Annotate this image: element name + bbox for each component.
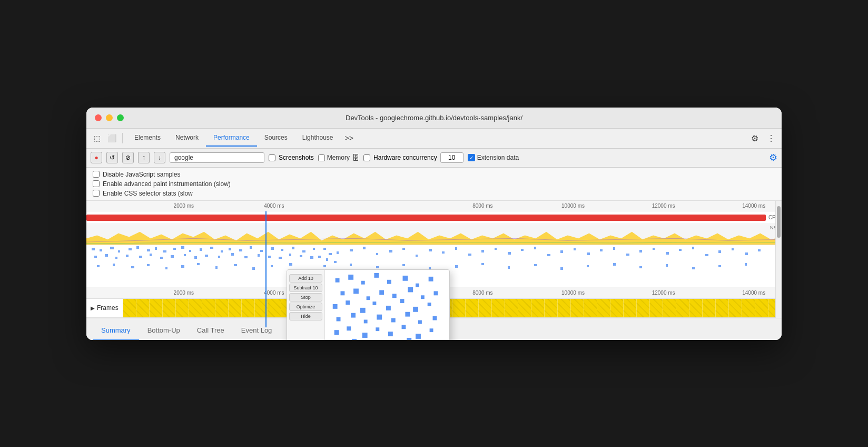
ruler-mark-b-2000: 2000 ms (174, 290, 194, 296)
ruler-mark-2000: 2000 ms (174, 203, 194, 209)
more-tabs-button[interactable]: >> (341, 132, 358, 144)
inspect-icon[interactable]: ⬚ (91, 132, 103, 144)
ruler-mark-14000: 14000 ms (742, 203, 765, 209)
memory-icon: 🗄 (352, 153, 359, 162)
popup-hide-btn[interactable]: Hide (289, 312, 322, 320)
frame-block (676, 299, 689, 317)
timeline-scrollbar[interactable] (775, 201, 782, 318)
tab-event-log[interactable]: Event Log (233, 321, 281, 340)
svg-rect-1 (100, 249, 102, 251)
svg-rect-33 (194, 256, 197, 259)
svg-rect-34 (205, 255, 208, 257)
svg-rect-112 (336, 278, 340, 282)
screenshots-checkbox[interactable] (269, 154, 275, 161)
svg-rect-97 (508, 266, 510, 269)
svg-rect-134 (413, 306, 418, 312)
svg-rect-142 (418, 320, 422, 324)
extension-label: Extension data (477, 154, 519, 161)
tab-lighthouse[interactable]: Lighthouse (295, 130, 341, 147)
popup-optimize-btn[interactable]: Optimize (289, 303, 322, 311)
close-button[interactable] (95, 114, 102, 121)
disable-js-checkbox[interactable] (93, 171, 100, 178)
svg-rect-104 (692, 267, 695, 269)
svg-rect-98 (534, 264, 537, 266)
svg-rect-102 (639, 266, 642, 268)
svg-rect-123 (379, 290, 384, 295)
frame-block (716, 299, 729, 317)
svg-rect-46 (350, 249, 353, 251)
tab-bottom-up[interactable]: Bottom-Up (139, 321, 189, 340)
frames-text: Frames (97, 304, 119, 312)
ruler-mark-b-14000: 14000 ms (742, 290, 765, 296)
frame-block (479, 299, 492, 317)
scrollbar-thumb[interactable] (777, 206, 781, 238)
frame-block (545, 299, 558, 317)
tab-call-tree[interactable]: Call Tree (189, 321, 233, 340)
svg-rect-64 (587, 252, 590, 255)
svg-rect-81 (147, 264, 150, 266)
svg-rect-13 (210, 247, 213, 249)
svg-rect-107 (318, 256, 321, 258)
paint-checkbox[interactable] (93, 180, 100, 187)
tab-performance[interactable]: Performance (206, 130, 257, 147)
perf-settings-icon[interactable]: ⚙ (769, 152, 777, 163)
device-icon[interactable]: ⬜ (105, 132, 118, 144)
tab-elements[interactable]: Elements (127, 130, 168, 147)
svg-rect-63 (574, 248, 576, 250)
svg-rect-11 (189, 250, 191, 252)
frame-block (242, 299, 255, 317)
more-menu-icon[interactable]: ⋮ (765, 131, 777, 145)
popup-add-btn[interactable]: Add 10 (289, 274, 322, 283)
ruler-mark-b-8000: 8000 ms (472, 290, 492, 296)
frames-arrow[interactable]: ▶ (91, 305, 95, 311)
svg-rect-10 (181, 246, 184, 249)
svg-rect-148 (388, 332, 393, 336)
frame-block (610, 299, 624, 317)
record-button[interactable]: ● (91, 152, 102, 163)
ruler-mark-10000: 10000 ms (561, 203, 585, 209)
frame-block (136, 299, 150, 317)
tab-sources[interactable]: Sources (257, 130, 295, 147)
minimize-button[interactable] (106, 114, 113, 121)
svg-rect-133 (400, 299, 405, 303)
concurrency-input[interactable]: 10 (440, 152, 463, 163)
frame-block (729, 299, 742, 317)
popup-stop-btn[interactable]: Stop (289, 293, 322, 302)
window-title: DevTools - googlechrome.github.io/devtoo… (346, 114, 522, 122)
frame-block (558, 299, 571, 317)
css-checkbox[interactable] (93, 190, 100, 197)
screenshots-label: Screenshots (279, 154, 314, 161)
svg-rect-47 (363, 247, 366, 249)
extension-checkbox[interactable]: ✓ (468, 154, 475, 161)
svg-rect-70 (666, 252, 669, 255)
svg-rect-54 (455, 247, 457, 250)
svg-rect-145 (347, 326, 351, 331)
clear-button[interactable]: ⊘ (122, 152, 134, 163)
tab-network[interactable]: Network (168, 130, 206, 147)
concurrency-area: Hardware concurrency 10 (363, 152, 463, 163)
toolbar-right: ⚙ ⋮ (749, 131, 777, 145)
svg-rect-86 (234, 264, 237, 266)
svg-rect-30 (160, 257, 163, 259)
svg-rect-116 (387, 279, 391, 284)
svg-rect-4 (129, 248, 132, 250)
memory-checkbox[interactable] (318, 154, 325, 161)
download-button[interactable]: ↓ (154, 152, 165, 163)
svg-rect-114 (361, 280, 365, 284)
svg-rect-7 (155, 247, 157, 250)
reload-record-button[interactable]: ↺ (106, 152, 118, 163)
ruler-mark-b-4000: 4000 ms (264, 290, 284, 296)
svg-rect-22 (302, 250, 305, 252)
svg-rect-62 (560, 250, 563, 253)
svg-rect-36 (231, 253, 234, 256)
tab-summary[interactable]: Summary (93, 321, 139, 340)
svg-rect-29 (150, 254, 152, 256)
settings-icon[interactable]: ⚙ (749, 131, 761, 145)
upload-button[interactable]: ↑ (138, 152, 150, 163)
svg-rect-3 (118, 250, 120, 252)
popup-subtract-btn[interactable]: Subtract 10 (289, 284, 322, 292)
concurrency-checkbox[interactable] (363, 154, 370, 161)
maximize-button[interactable] (117, 114, 124, 121)
ruler-mark-b-12000: 12000 ms (652, 290, 675, 296)
url-input[interactable]: google (170, 152, 264, 163)
